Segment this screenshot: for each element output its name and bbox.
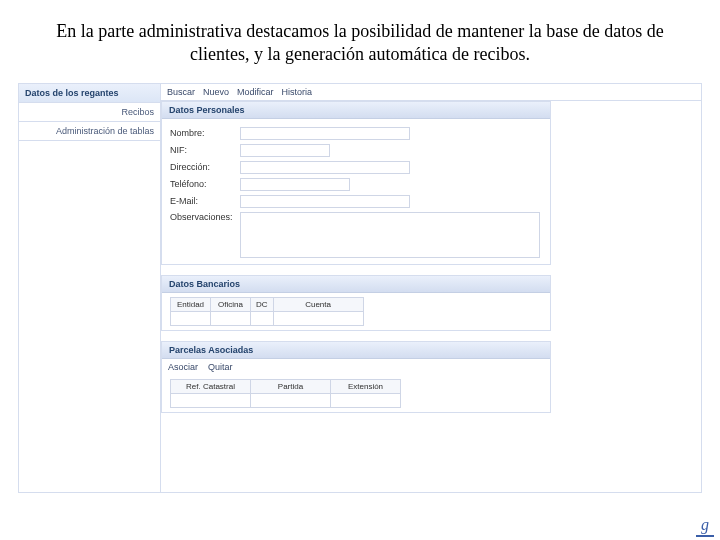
toolbar-nuevo[interactable]: Nuevo: [203, 87, 229, 97]
parcel-table: Ref. Catastral Partida Extensión: [170, 379, 401, 408]
input-direccion[interactable]: [240, 161, 410, 174]
input-email[interactable]: [240, 195, 410, 208]
label-direccion: Dirección:: [170, 162, 240, 172]
parcel-col-ref: Ref. Catastral: [171, 379, 251, 393]
bank-col-entidad: Entidad: [171, 297, 211, 311]
sidebar-item-admin-tablas[interactable]: Administración de tablas: [19, 122, 160, 141]
btn-quitar[interactable]: Quitar: [208, 362, 233, 372]
bank-col-oficina: Oficina: [211, 297, 251, 311]
section-personales: Datos Personales: [162, 101, 550, 119]
bank-row[interactable]: [171, 311, 364, 325]
toolbar-historia[interactable]: Historia: [282, 87, 313, 97]
parcelas-block: Parcelas Asociadas Asociar Quitar Ref. C…: [161, 341, 551, 413]
input-telefono[interactable]: [240, 178, 350, 191]
section-bancarios: Datos Bancarios: [162, 275, 550, 293]
main-panel: Buscar Nuevo Modificar Historia Datos Pe…: [161, 84, 701, 492]
slide-caption: En la parte administrativa destacamos la…: [0, 0, 720, 75]
input-nombre[interactable]: [240, 127, 410, 140]
sidebar-header: Datos de los regantes: [19, 84, 160, 103]
label-nif: NIF:: [170, 145, 240, 155]
parcel-row[interactable]: [171, 393, 401, 407]
personales-block: Datos Personales Nombre: NIF: Dirección:…: [161, 101, 551, 265]
main-toolbar: Buscar Nuevo Modificar Historia: [161, 84, 701, 101]
btn-asociar[interactable]: Asociar: [168, 362, 198, 372]
label-nombre: Nombre:: [170, 128, 240, 138]
toolbar-modificar[interactable]: Modificar: [237, 87, 274, 97]
parcel-col-extension: Extensión: [331, 379, 401, 393]
input-observaciones[interactable]: [240, 212, 540, 258]
sidebar: Datos de los regantes Recibos Administra…: [19, 84, 161, 492]
parcel-col-partida: Partida: [251, 379, 331, 393]
logo-bar: [696, 535, 714, 537]
footer-logo: g: [696, 516, 714, 536]
personales-form: Nombre: NIF: Dirección: Teléfono: E-Mail…: [162, 119, 550, 264]
toolbar-buscar[interactable]: Buscar: [167, 87, 195, 97]
label-observaciones: Observaciones:: [170, 212, 240, 222]
parcelas-toolbar: Asociar Quitar: [162, 359, 550, 375]
bank-col-cuenta: Cuenta: [273, 297, 363, 311]
bancarios-block: Datos Bancarios Entidad Oficina DC Cuent…: [161, 275, 551, 331]
sidebar-item-recibos[interactable]: Recibos: [19, 103, 160, 122]
logo-glyph: g: [701, 516, 709, 533]
admin-app: Datos de los regantes Recibos Administra…: [18, 83, 702, 493]
label-email: E-Mail:: [170, 196, 240, 206]
label-telefono: Teléfono:: [170, 179, 240, 189]
section-parcelas: Parcelas Asociadas: [162, 341, 550, 359]
bank-table: Entidad Oficina DC Cuenta: [170, 297, 364, 326]
input-nif[interactable]: [240, 144, 330, 157]
bank-col-dc: DC: [251, 297, 274, 311]
